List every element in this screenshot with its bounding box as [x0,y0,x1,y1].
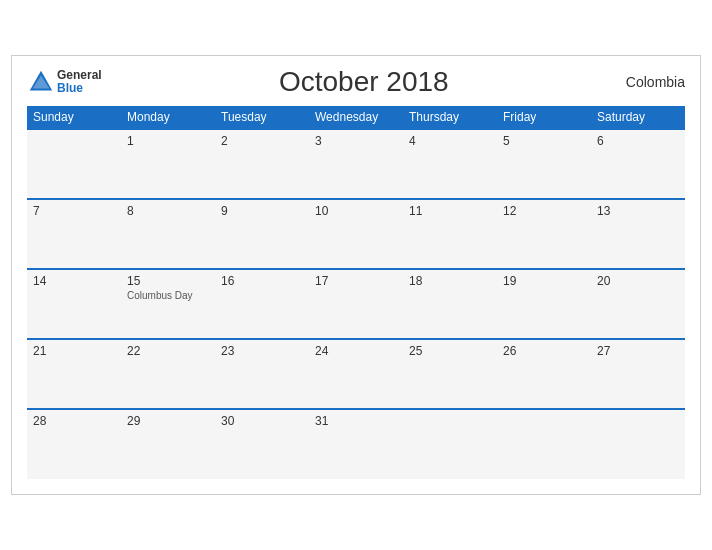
calendar-week-row: 123456 [27,129,685,199]
header-monday: Monday [121,106,215,129]
calendar-day-cell: 11 [403,199,497,269]
day-number: 22 [127,344,209,358]
calendar-week-row: 1415Columbus Day1617181920 [27,269,685,339]
day-number: 8 [127,204,209,218]
calendar-day-cell: 14 [27,269,121,339]
logo-blue-text: Blue [57,82,102,95]
calendar-day-cell: 17 [309,269,403,339]
day-number: 27 [597,344,679,358]
header-wednesday: Wednesday [309,106,403,129]
calendar-day-cell: 29 [121,409,215,479]
calendar-day-cell: 22 [121,339,215,409]
calendar-day-cell [27,129,121,199]
header-thursday: Thursday [403,106,497,129]
calendar-container: General Blue October 2018 Colombia Sunda… [11,55,701,495]
calendar-day-cell: 2 [215,129,309,199]
day-number: 31 [315,414,397,428]
calendar-day-cell: 1 [121,129,215,199]
calendar-day-cell: 15Columbus Day [121,269,215,339]
calendar-day-cell: 26 [497,339,591,409]
day-number: 28 [33,414,115,428]
day-number: 25 [409,344,491,358]
calendar-day-cell: 25 [403,339,497,409]
calendar-week-row: 78910111213 [27,199,685,269]
calendar-week-row: 21222324252627 [27,339,685,409]
logo-icon [27,68,55,96]
day-number: 20 [597,274,679,288]
day-number: 29 [127,414,209,428]
weekday-header-row: Sunday Monday Tuesday Wednesday Thursday… [27,106,685,129]
calendar-day-cell: 8 [121,199,215,269]
day-number: 17 [315,274,397,288]
calendar-day-cell: 18 [403,269,497,339]
calendar-day-cell: 5 [497,129,591,199]
calendar-day-cell: 27 [591,339,685,409]
calendar-table: Sunday Monday Tuesday Wednesday Thursday… [27,106,685,479]
calendar-day-cell: 3 [309,129,403,199]
calendar-body: 123456789101112131415Columbus Day1617181… [27,129,685,479]
calendar-day-cell: 20 [591,269,685,339]
calendar-day-cell: 19 [497,269,591,339]
calendar-title: October 2018 [279,66,449,98]
day-number: 5 [503,134,585,148]
day-number: 2 [221,134,303,148]
calendar-day-cell: 7 [27,199,121,269]
day-number: 10 [315,204,397,218]
day-number: 12 [503,204,585,218]
day-number: 13 [597,204,679,218]
day-number: 7 [33,204,115,218]
day-number: 19 [503,274,585,288]
day-number: 26 [503,344,585,358]
calendar-day-cell [497,409,591,479]
day-number: 11 [409,204,491,218]
day-number: 1 [127,134,209,148]
day-number: 9 [221,204,303,218]
day-number: 3 [315,134,397,148]
header-friday: Friday [497,106,591,129]
calendar-day-cell [403,409,497,479]
day-number: 4 [409,134,491,148]
calendar-week-row: 28293031 [27,409,685,479]
day-number: 24 [315,344,397,358]
day-number: 16 [221,274,303,288]
day-number: 6 [597,134,679,148]
calendar-day-cell: 10 [309,199,403,269]
calendar-day-cell: 28 [27,409,121,479]
day-number: 30 [221,414,303,428]
calendar-day-cell: 9 [215,199,309,269]
calendar-day-cell: 4 [403,129,497,199]
header-tuesday: Tuesday [215,106,309,129]
day-number: 23 [221,344,303,358]
calendar-header: General Blue October 2018 Colombia [27,66,685,98]
event-label: Columbus Day [127,290,209,301]
calendar-day-cell: 24 [309,339,403,409]
day-number: 18 [409,274,491,288]
header-saturday: Saturday [591,106,685,129]
day-number: 21 [33,344,115,358]
day-number: 15 [127,274,209,288]
header-sunday: Sunday [27,106,121,129]
day-number: 14 [33,274,115,288]
calendar-day-cell: 30 [215,409,309,479]
logo: General Blue [27,68,102,96]
country-label: Colombia [626,74,685,90]
calendar-day-cell: 23 [215,339,309,409]
calendar-thead: Sunday Monday Tuesday Wednesday Thursday… [27,106,685,129]
calendar-day-cell [591,409,685,479]
calendar-day-cell: 6 [591,129,685,199]
calendar-day-cell: 21 [27,339,121,409]
calendar-day-cell: 31 [309,409,403,479]
calendar-day-cell: 12 [497,199,591,269]
calendar-day-cell: 16 [215,269,309,339]
calendar-day-cell: 13 [591,199,685,269]
